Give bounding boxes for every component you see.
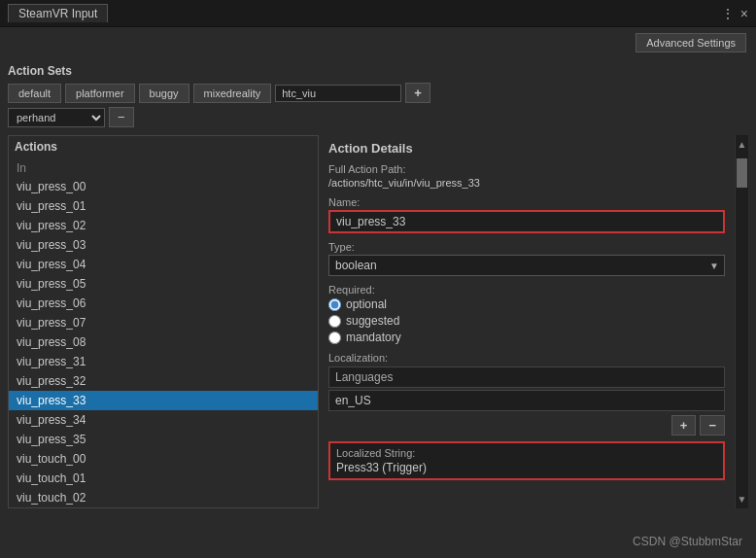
localized-string-value: Press33 (Trigger)	[336, 461, 717, 474]
list-item[interactable]: viu_press_35	[9, 430, 318, 449]
full-action-path-value: /actions/htc_viu/in/viu_press_33	[328, 177, 725, 189]
close-icon[interactable]: ×	[740, 6, 748, 21]
watermark: CSDN @StubbmStar	[633, 535, 742, 548]
localized-string-label: Localized String:	[336, 447, 717, 459]
list-item[interactable]: viu_press_31	[9, 352, 318, 371]
scroll-up-arrow[interactable]: ▲	[738, 135, 747, 154]
loc-add-button[interactable]: +	[671, 415, 697, 436]
title-bar: SteamVR Input ⋮ ×	[0, 0, 756, 27]
lang-header: Languages	[328, 366, 725, 388]
list-item[interactable]: viu_touch_00	[9, 449, 318, 469]
top-bar: Advanced Settings	[0, 27, 756, 58]
radio-optional-input[interactable]	[328, 298, 341, 311]
required-radio-group: optional suggested mandatory	[328, 297, 725, 344]
title-bar-icons[interactable]: ⋮ ×	[721, 6, 748, 21]
scroll-down-arrow[interactable]: ▼	[738, 490, 747, 508]
name-label: Name:	[328, 196, 725, 208]
action-list: In viu_press_00 viu_press_01 viu_press_0…	[9, 157, 318, 507]
action-set-perhand-dropdown[interactable]: perhand	[8, 108, 105, 127]
list-item[interactable]: viu_press_03	[9, 235, 318, 255]
list-item[interactable]: viu_press_32	[9, 371, 318, 391]
second-row-sets: perhand −	[8, 107, 748, 127]
action-set-minus-button[interactable]: −	[109, 107, 134, 127]
list-item[interactable]: viu_touch_01	[9, 469, 318, 488]
radio-mandatory-input[interactable]	[328, 331, 341, 344]
required-label: Required:	[328, 284, 725, 296]
list-item[interactable]: viu_press_05	[9, 274, 318, 294]
app-title: SteamVR Input	[8, 4, 108, 22]
localized-string-box: Localized String: Press33 (Trigger)	[328, 441, 725, 480]
action-set-name-input[interactable]	[275, 85, 401, 102]
action-set-mixedreality[interactable]: mixedreality	[193, 84, 272, 103]
action-sets-row: default platformer buggy mixedreality +	[8, 83, 748, 103]
list-item[interactable]: viu_press_08	[9, 332, 318, 352]
radio-suggested-input[interactable]	[328, 315, 341, 328]
radio-optional-label: optional	[346, 297, 387, 311]
action-set-add-button[interactable]: +	[405, 83, 430, 103]
lang-value: en_US	[328, 390, 725, 411]
radio-optional: optional	[328, 297, 725, 311]
radio-suggested-label: suggested	[346, 314, 399, 328]
scroll-track	[736, 154, 748, 490]
action-set-platformer[interactable]: platformer	[65, 84, 135, 103]
radio-mandatory-label: mandatory	[346, 331, 401, 344]
list-item[interactable]: viu_press_34	[9, 410, 318, 430]
action-group-in: In	[9, 157, 318, 177]
list-item[interactable]: viu_press_01	[9, 196, 318, 216]
action-details-panel: Action Details Full Action Path: /action…	[319, 135, 735, 508]
main-content: Action Sets default platformer buggy mix…	[0, 58, 756, 508]
two-column-layout: Actions In viu_press_00 viu_press_01 viu…	[8, 135, 748, 508]
action-sets-title: Action Sets	[8, 64, 748, 78]
actions-panel: Actions In viu_press_00 viu_press_01 viu…	[8, 135, 319, 508]
list-item-selected[interactable]: viu_press_33	[9, 391, 318, 410]
list-item[interactable]: viu_press_07	[9, 313, 318, 332]
actions-title: Actions	[9, 136, 318, 157]
scroll-thumb[interactable]	[737, 158, 747, 188]
action-name-input[interactable]	[328, 210, 725, 233]
list-item[interactable]: viu_press_02	[9, 216, 318, 235]
list-item[interactable]: viu_press_04	[9, 255, 318, 274]
radio-mandatory: mandatory	[328, 331, 725, 344]
loc-buttons: + −	[328, 415, 725, 436]
radio-suggested: suggested	[328, 314, 725, 328]
list-item[interactable]: viu_press_00	[9, 177, 318, 196]
full-action-path-label: Full Action Path:	[328, 163, 725, 175]
list-item[interactable]: viu_press_06	[9, 294, 318, 313]
action-set-buggy[interactable]: buggy	[139, 84, 189, 103]
loc-minus-button[interactable]: −	[700, 415, 725, 436]
type-select[interactable]: boolean vector1 vector2 vector3 vibratio…	[328, 255, 725, 276]
list-item[interactable]: viu_touch_02	[9, 488, 318, 507]
action-set-default[interactable]: default	[8, 84, 61, 103]
type-select-wrapper: boolean vector1 vector2 vector3 vibratio…	[328, 255, 725, 276]
localization-label: Localization:	[328, 352, 725, 364]
right-scrollbar[interactable]: ▲ ▼	[735, 135, 748, 508]
action-details-title: Action Details	[328, 141, 725, 156]
advanced-settings-button[interactable]: Advanced Settings	[636, 33, 746, 52]
menu-icon[interactable]: ⋮	[721, 6, 735, 21]
type-label: Type:	[328, 241, 725, 253]
